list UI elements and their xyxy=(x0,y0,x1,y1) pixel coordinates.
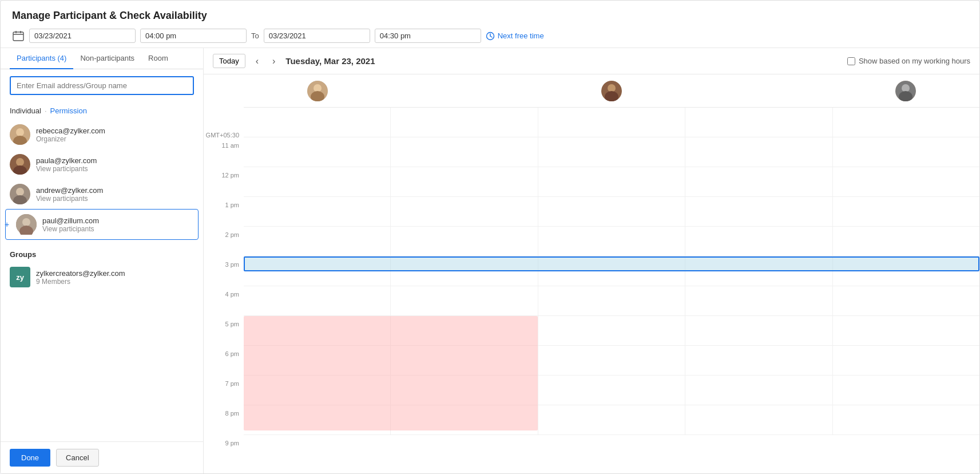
permission-link[interactable]: Permission xyxy=(50,106,87,115)
modal-container: Manage Participant & Check Availability … xyxy=(0,0,980,474)
participant-info: paul@zillum.com View participants xyxy=(42,216,99,233)
grid-cell xyxy=(833,376,979,405)
next-free-time-label: Next free time xyxy=(498,31,544,40)
svg-point-17 xyxy=(22,218,30,226)
grid-cell xyxy=(538,286,685,315)
next-nav-button[interactable]: › xyxy=(269,55,279,68)
grid-cell xyxy=(538,227,685,256)
grid-cell xyxy=(538,167,685,196)
svg-point-8 xyxy=(16,128,24,136)
done-button[interactable]: Done xyxy=(10,449,50,467)
selected-time-block xyxy=(244,256,979,271)
individual-label: Individual xyxy=(10,106,41,115)
grid-cell xyxy=(538,316,685,345)
time-slot: 9 pm xyxy=(204,439,244,468)
svg-point-26 xyxy=(902,84,910,92)
calendar-panel: Today ‹ › Tuesday, Mar 23, 2021 Show bas… xyxy=(204,48,979,473)
time-slot: 4 pm xyxy=(204,290,244,319)
busy-time-block xyxy=(244,316,538,430)
grid-cell xyxy=(538,197,685,226)
avatar-col xyxy=(244,81,391,101)
grid-cell xyxy=(833,167,979,196)
tab-non-participants[interactable]: Non-participants xyxy=(73,48,141,69)
grid-cell xyxy=(391,227,538,256)
cal-avatar xyxy=(601,81,622,101)
avatar-col xyxy=(538,81,685,101)
participant-avatar-svg xyxy=(10,184,30,204)
working-hours-checkbox[interactable] xyxy=(847,57,855,65)
timezone-label: GMT+05:30 xyxy=(204,108,244,141)
end-date-input[interactable] xyxy=(264,29,370,43)
calendar-body[interactable]: GMT+05:30 11 am 12 pm 1 pm 2 pm 3 pm 4 p… xyxy=(204,74,979,473)
tab-participants[interactable]: Participants (4) xyxy=(10,48,73,69)
grid-cell xyxy=(391,137,538,167)
avatars-row xyxy=(244,74,979,108)
grid-row xyxy=(244,227,979,256)
grid-cell xyxy=(244,197,391,226)
working-hours-label: Show based on my working hours xyxy=(859,57,970,65)
grid-cell xyxy=(685,405,832,434)
participant-info: rebecca@zylker.com Organizer xyxy=(36,127,105,143)
grid-cell xyxy=(833,197,979,226)
time-slot: 12 pm xyxy=(204,171,244,200)
email-group-search-input[interactable] xyxy=(10,76,194,95)
avatar-col xyxy=(832,81,979,101)
time-column: GMT+05:30 11 am 12 pm 1 pm 2 pm 3 pm 4 p… xyxy=(204,74,244,473)
start-date-input[interactable] xyxy=(29,29,136,43)
svg-point-14 xyxy=(16,188,24,196)
participant-item[interactable]: andrew@zylker.com View participants xyxy=(1,179,203,209)
calendar-grid xyxy=(244,74,979,473)
time-slot: 6 pm xyxy=(204,349,244,379)
participant-item[interactable]: rebecca@zylker.com Organizer xyxy=(1,120,203,149)
start-time-input[interactable] xyxy=(140,29,247,43)
next-free-time-button[interactable]: Next free time xyxy=(486,31,544,41)
cancel-button[interactable]: Cancel xyxy=(56,449,98,467)
clock-icon xyxy=(486,31,495,41)
group-avatar: zy xyxy=(10,267,30,287)
today-button[interactable]: Today xyxy=(213,54,245,68)
participant-avatar-svg xyxy=(10,124,30,145)
grid-cell xyxy=(685,346,832,375)
grid-cell xyxy=(833,316,979,345)
svg-point-20 xyxy=(314,84,322,92)
participant-avatar-svg xyxy=(10,154,30,175)
grid-cell xyxy=(538,108,685,137)
participant-item[interactable]: paula@zylker.com View participants xyxy=(1,149,203,179)
participant-role: View participants xyxy=(36,195,103,203)
grid-cell xyxy=(538,346,685,375)
group-members: 9 Members xyxy=(36,278,125,286)
grid-cell xyxy=(391,197,538,226)
tabs-row: Participants (4) Non-participants Room xyxy=(1,48,203,69)
grid-row xyxy=(244,108,979,137)
group-info: zylkercreators@zylker.com 9 Members xyxy=(36,269,125,286)
participant-item-selected[interactable]: + paul@zillum.com View participants xyxy=(5,209,199,240)
grid-cell xyxy=(391,108,538,137)
prev-nav-button[interactable]: ‹ xyxy=(252,55,262,68)
grid-cell xyxy=(833,286,979,315)
end-time-input[interactable] xyxy=(375,29,481,43)
grid-cell xyxy=(538,137,685,167)
section-dot: · xyxy=(45,106,47,115)
calendar-icon xyxy=(12,30,25,42)
grid-cell xyxy=(685,137,832,167)
grid-row xyxy=(244,167,979,197)
modal-body: Participants (4) Non-participants Room I… xyxy=(1,48,979,473)
grid-cell xyxy=(833,137,979,167)
grid-cell xyxy=(685,197,832,226)
grid-row xyxy=(244,197,979,227)
modal-title: Manage Participant & Check Availability xyxy=(12,10,968,22)
participant-role: View participants xyxy=(42,225,99,233)
tab-room[interactable]: Room xyxy=(141,48,175,69)
participant-info: andrew@zylker.com View participants xyxy=(36,186,103,203)
grid-row xyxy=(244,286,979,316)
grid-cell xyxy=(391,167,538,196)
group-name: zylkercreators@zylker.com xyxy=(36,269,125,278)
grid-cell xyxy=(833,346,979,375)
participant-list: rebecca@zylker.com Organizer paula xyxy=(1,117,203,242)
calendar-date-label: Tuesday, Mar 23, 2021 xyxy=(285,56,375,66)
grid-row xyxy=(244,137,979,167)
group-item[interactable]: zy zylkercreators@zylker.com 9 Members xyxy=(1,262,203,292)
grid-cell xyxy=(685,227,832,256)
svg-rect-0 xyxy=(13,32,23,41)
to-label: To xyxy=(251,31,259,40)
